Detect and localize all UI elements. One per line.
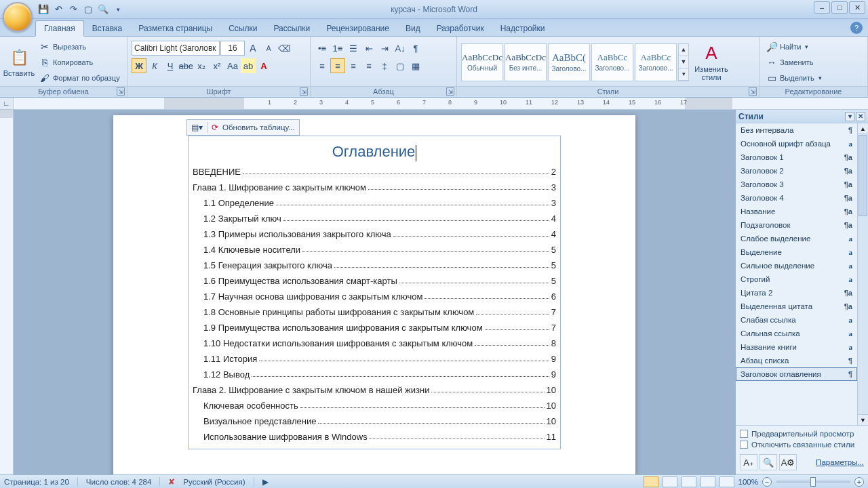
maximize-button[interactable]: □ (831, 1, 848, 14)
toc-line[interactable]: 1.5 Генерация закрытого ключа5 (193, 260, 556, 270)
styles-pane-item[interactable]: Сильное выделениеa (736, 259, 857, 272)
toc-line[interactable]: Использование шифрования в Windows11 (193, 432, 556, 442)
tab-page-layout[interactable]: Разметка страницы (130, 21, 220, 36)
save-icon[interactable]: 💾 (37, 3, 50, 16)
format-painter-button[interactable]: 🖌Формат по образцу (37, 70, 123, 85)
toc-menu-icon[interactable]: ▤▾ (191, 123, 203, 132)
toc-line[interactable]: Глава 1. Шифрование с закрытым ключом3 (193, 182, 556, 192)
status-page[interactable]: Страница: 1 из 20 (4, 478, 69, 486)
replace-button[interactable]: ↔Заменить (764, 55, 838, 70)
shading-button[interactable]: ▢ (393, 58, 408, 73)
align-right-button[interactable]: ≡ (346, 58, 361, 73)
highlight-button[interactable]: ab (241, 58, 256, 73)
toc-line[interactable]: 1.3 Примеры использования закрытого ключ… (193, 229, 556, 239)
style-item-h1[interactable]: AaBbC(Заголово... (548, 43, 590, 81)
styles-pane-item[interactable]: Заголовок 1¶a (736, 150, 857, 164)
increase-indent-button[interactable]: ⇥ (377, 41, 392, 56)
tab-developer[interactable]: Разработчик (429, 21, 492, 36)
tab-home[interactable]: Главная (35, 20, 84, 37)
styles-pane-item[interactable]: Слабая ссылкаa (736, 313, 857, 327)
styles-pane-item[interactable]: Подзаголовок¶a (736, 218, 857, 232)
styles-options-link[interactable]: Параметры... (816, 458, 864, 466)
undo-icon[interactable]: ↶ (52, 3, 65, 16)
horizontal-ruler[interactable]: 1234567891011121314151617 (14, 98, 868, 109)
style-item-h3[interactable]: AaBbCcЗаголово... (635, 43, 677, 81)
italic-button[interactable]: К (147, 58, 162, 73)
styles-pane-item[interactable]: Название¶a (736, 205, 857, 218)
subscript-button[interactable]: x₂ (194, 58, 209, 73)
grow-font-button[interactable]: A (245, 41, 260, 56)
styles-pane-item[interactable]: Абзац списка¶ (736, 354, 857, 367)
view-draft[interactable] (719, 476, 734, 487)
font-name-combo[interactable]: Calibri Light (Заголовк (132, 41, 220, 56)
change-styles-button[interactable]: A Изменить стили (692, 39, 731, 86)
zoom-in-button[interactable]: + (854, 477, 864, 487)
copy-button[interactable]: ⎘Копировать (37, 55, 123, 70)
view-print-layout[interactable] (644, 476, 658, 487)
tab-insert[interactable]: Вставка (84, 21, 131, 36)
new-icon[interactable]: ▢ (81, 3, 95, 16)
gallery-scroll[interactable]: ▲▼▾ (678, 43, 689, 81)
status-language[interactable]: Русский (Россия) (183, 478, 245, 486)
tab-references[interactable]: Ссылки (220, 21, 265, 36)
bullets-button[interactable]: •≡ (315, 41, 330, 56)
style-item-nospacing[interactable]: AaBbCcDcБез инте... (505, 43, 547, 81)
toc-line[interactable]: Ключевая особенность10 (193, 401, 556, 411)
superscript-button[interactable]: x² (210, 58, 224, 73)
styles-pane-item[interactable]: Цитата 2¶a (736, 286, 857, 300)
find-button[interactable]: 🔎Найти▾ (764, 39, 838, 54)
styles-pane-item[interactable]: Выделениеa (736, 245, 857, 259)
clear-formatting-button[interactable]: ⌫ (277, 41, 292, 56)
help-button[interactable]: ? (850, 22, 863, 34)
font-launcher[interactable]: ⇲ (300, 87, 308, 96)
toc-line[interactable]: 1.2 Закрытый ключ4 (193, 214, 556, 224)
new-style-button[interactable]: A₊ (740, 454, 757, 470)
minimize-button[interactable]: – (814, 1, 830, 14)
style-inspector-button[interactable]: 🔍 (760, 454, 777, 470)
style-item-h2[interactable]: AaBbCcЗаголово... (591, 43, 633, 81)
tab-addins[interactable]: Надстройки (492, 21, 553, 36)
disable-linked-checkbox[interactable]: Отключить связанные стили (740, 441, 864, 449)
styles-pane-item[interactable]: Выделенная цитата¶a (736, 300, 857, 313)
toc-line[interactable]: Глава 2. Шифрование с закрытым ключом в … (193, 385, 556, 395)
bold-button[interactable]: Ж (132, 58, 146, 73)
toc-line[interactable]: Визуальное представление10 (193, 416, 556, 426)
vertical-ruler[interactable] (0, 110, 14, 474)
qat-more-icon[interactable]: ▾ (111, 3, 125, 16)
tab-mailings[interactable]: Рассылки (265, 21, 318, 36)
decrease-indent-button[interactable]: ⇤ (361, 41, 376, 56)
toc-line[interactable]: 1.11 История9 (193, 354, 556, 364)
zoom-out-button[interactable]: − (762, 477, 772, 487)
toc-line[interactable]: 1.4 Ключевые носители5 (193, 245, 556, 255)
styles-pane-item[interactable]: Заголовок 4¶a (736, 191, 857, 205)
toc-line[interactable]: 1.9 Преимущества использования шифровани… (193, 323, 556, 333)
paragraph-launcher[interactable]: ⇲ (446, 87, 454, 96)
view-web[interactable] (682, 476, 696, 487)
toc-line[interactable]: ВВЕДЕНИЕ2 (193, 167, 556, 177)
font-size-combo[interactable]: 16 (220, 41, 245, 56)
manage-styles-button[interactable]: A⚙ (779, 454, 797, 470)
change-case-button[interactable]: Aa (225, 58, 240, 73)
underline-button[interactable]: Ч (163, 58, 178, 73)
line-spacing-button[interactable]: ‡ (377, 58, 392, 73)
document-viewport[interactable]: ▤▾ ⟳ Обновить таблицу... Оглавление ВВЕД… (14, 110, 735, 474)
borders-button[interactable]: ▦ (408, 58, 423, 73)
print-preview-icon[interactable]: 🔍 (96, 3, 110, 16)
styles-pane-item[interactable]: Без интервала¶ (736, 123, 857, 137)
preview-checkbox[interactable]: Предварительный просмотр (740, 430, 864, 438)
tab-selector[interactable]: ∟ (0, 98, 14, 109)
styles-launcher[interactable]: ⇲ (749, 87, 757, 96)
tab-view[interactable]: Вид (397, 21, 429, 36)
styles-pane-close[interactable]: ✕ (856, 112, 865, 121)
align-center-button[interactable]: ≡ (330, 58, 345, 73)
toc-line[interactable]: 1.12 Вывод9 (193, 369, 556, 380)
status-words[interactable]: Число слов: 4 284 (86, 478, 152, 486)
style-item-normal[interactable]: AaBbCcDcОбычный (461, 43, 503, 81)
shrink-font-button[interactable]: A (261, 41, 276, 56)
strikethrough-button[interactable]: abc (178, 58, 193, 73)
view-full-screen[interactable] (663, 476, 677, 487)
numbering-button[interactable]: 1≡ (330, 41, 345, 56)
view-outline[interactable] (701, 476, 715, 487)
proofing-icon[interactable]: ✘ (168, 477, 175, 487)
styles-scrollbar[interactable]: ▲▼ (857, 123, 868, 425)
